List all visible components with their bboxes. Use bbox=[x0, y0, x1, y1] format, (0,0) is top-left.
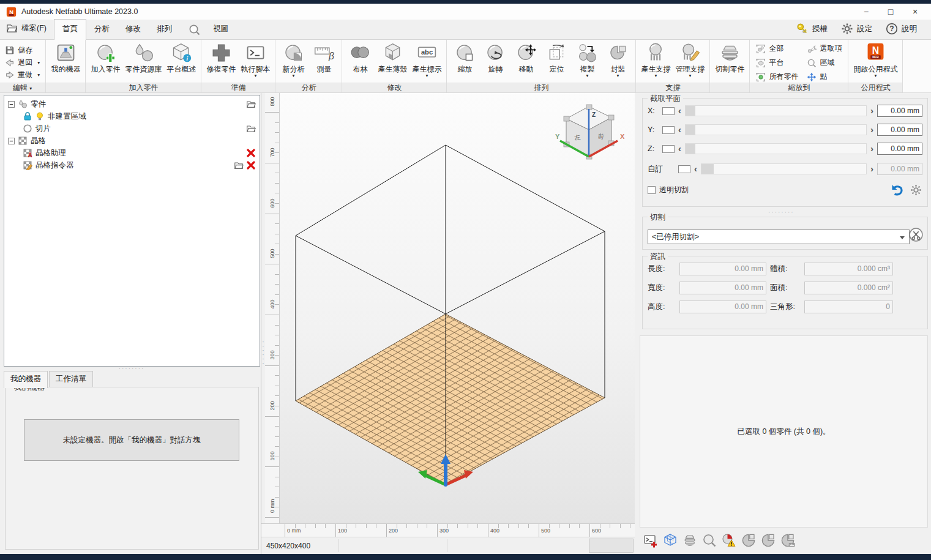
旋轉-button[interactable]: 旋轉 bbox=[480, 41, 510, 83]
tree-item-晶格助理[interactable]: A晶格助理 bbox=[4, 147, 260, 159]
tree-splitter-handle[interactable]: ········ bbox=[92, 366, 171, 371]
tab-視圖[interactable]: 視圖 bbox=[205, 20, 236, 39]
tree-item-晶格指令器[interactable]: 晶格指令器 bbox=[4, 159, 260, 171]
navigation-cube[interactable]: Z Y X 左 前 bbox=[554, 100, 626, 174]
zoom-to-選取項-button[interactable]: 選取項 bbox=[807, 43, 842, 54]
clip-z-enable-checkbox[interactable] bbox=[662, 145, 675, 153]
退回-button[interactable]: 退回▼ bbox=[5, 58, 40, 68]
zoom-to-所有零件-button[interactable]: 所有零件 bbox=[756, 72, 798, 82]
產生薄殼-button[interactable]: 產生薄殼 bbox=[376, 41, 409, 83]
cut-mode-dropdown[interactable]: <已停用切割> bbox=[648, 230, 910, 244]
複製-button[interactable]: 複製▼ bbox=[572, 41, 602, 83]
open-folder-icon[interactable] bbox=[234, 160, 244, 170]
clip-y-value-input[interactable] bbox=[877, 124, 922, 136]
clip-x-slider[interactable] bbox=[685, 105, 867, 116]
delete-icon[interactable] bbox=[246, 160, 256, 170]
zoom-to-點-button[interactable]: 點 bbox=[807, 72, 842, 82]
clip-z-slider[interactable] bbox=[685, 143, 867, 154]
scissors-icon[interactable] bbox=[908, 227, 924, 242]
zoom-to-平台-button[interactable]: 平台 bbox=[756, 58, 798, 68]
pack-b-button[interactable] bbox=[760, 532, 776, 548]
right-splitter-handle[interactable]: ········ bbox=[768, 209, 795, 215]
tab-排列[interactable]: 排列 bbox=[149, 20, 180, 39]
管理支撐-button[interactable]: 管理支撐▼ bbox=[673, 41, 706, 83]
封裝-button[interactable]: 封裝▼ bbox=[603, 41, 632, 83]
重做-button[interactable]: 重做▼ bbox=[5, 70, 40, 80]
tab-修改[interactable]: 修改 bbox=[118, 20, 149, 39]
clip-x-enable-checkbox[interactable] bbox=[662, 107, 675, 115]
修復零件-button[interactable]: 修復零件 bbox=[204, 41, 237, 83]
縮放-button[interactable]: 縮放 bbox=[450, 41, 479, 83]
平台概述-button[interactable]: i平台概述 bbox=[165, 41, 198, 83]
說明-button[interactable]: ?說明 bbox=[880, 21, 922, 36]
minimize-button[interactable]: − bbox=[854, 4, 878, 20]
lattice-cube-button[interactable] bbox=[662, 532, 678, 548]
clip-custom-enable-checkbox[interactable] bbox=[678, 165, 690, 173]
零件資源庫-button[interactable]: 零件資源庫 bbox=[123, 41, 163, 83]
search-icon[interactable] bbox=[180, 24, 205, 39]
pack-c-button[interactable] bbox=[779, 532, 796, 548]
expander-minus-icon[interactable] bbox=[8, 138, 15, 144]
maximize-button[interactable]: □ bbox=[878, 4, 903, 20]
執行腳本-button[interactable]: 執行腳本▼ bbox=[239, 41, 272, 83]
儲存-button[interactable]: 儲存 bbox=[5, 45, 32, 56]
clip-x-increase-arrow[interactable]: › bbox=[870, 106, 873, 115]
clip-custom-slider-thumb[interactable] bbox=[701, 164, 714, 174]
tree-item-零件[interactable]: 零件 bbox=[4, 98, 260, 110]
tree-item-切片[interactable]: 切片 bbox=[4, 122, 260, 135]
clip-custom-slider[interactable] bbox=[701, 163, 867, 174]
search-sphere-button[interactable] bbox=[701, 532, 717, 548]
clip-y-increase-arrow[interactable]: › bbox=[870, 125, 873, 134]
加入零件-button[interactable]: 加入零件 bbox=[89, 41, 122, 83]
pack-a-button[interactable] bbox=[740, 532, 757, 548]
tree-item-晶格[interactable]: 晶格 bbox=[4, 135, 260, 147]
定位-button[interactable]: 定位 bbox=[542, 41, 571, 83]
移動-button[interactable]: 移動 bbox=[511, 41, 540, 83]
clip-z-slider-thumb[interactable] bbox=[686, 144, 695, 154]
expander-minus-icon[interactable] bbox=[8, 101, 15, 108]
close-button[interactable]: × bbox=[903, 4, 927, 20]
我的機器-button[interactable]: 我的機器 bbox=[49, 41, 82, 83]
tab-分析[interactable]: 分析 bbox=[86, 20, 118, 39]
設定-button[interactable]: 設定 bbox=[836, 21, 878, 36]
clip-y-slider[interactable] bbox=[685, 124, 867, 135]
zoom-to-全部-button[interactable]: 全部 bbox=[756, 43, 798, 54]
open-folder-icon[interactable] bbox=[246, 99, 256, 109]
授權-button[interactable]: 授權 bbox=[791, 21, 833, 36]
tab-工作清單[interactable]: 工作清單 bbox=[49, 371, 93, 388]
tab-首頁[interactable]: 首頁 bbox=[54, 19, 86, 40]
clip-custom-value-input[interactable] bbox=[877, 163, 922, 175]
clip-x-decrease-arrow[interactable]: ‹ bbox=[678, 106, 681, 115]
slices-button[interactable] bbox=[681, 532, 698, 548]
open-folder-icon[interactable] bbox=[246, 124, 256, 133]
zoom-to-區域-button[interactable]: 區域 bbox=[807, 58, 842, 68]
clip-x-value-input[interactable] bbox=[877, 105, 922, 117]
file-menu-button[interactable]: 檔案(F) bbox=[0, 23, 54, 39]
clip-y-slider-thumb[interactable] bbox=[686, 125, 695, 135]
gear-small-icon[interactable] bbox=[910, 184, 922, 196]
產生標示-button[interactable]: abc產生標示▼ bbox=[410, 41, 443, 83]
transparent-cut-checkbox[interactable] bbox=[648, 186, 656, 194]
script-add-button[interactable] bbox=[642, 532, 659, 548]
產生支撐-button[interactable]: 產生支撐▼ bbox=[639, 41, 672, 83]
clip-custom-decrease-arrow[interactable]: ‹ bbox=[694, 165, 697, 173]
clip-z-decrease-arrow[interactable]: ‹ bbox=[678, 144, 681, 153]
tree-item-非建置區域[interactable]: 非建置區域 bbox=[4, 110, 260, 122]
clip-z-value-input[interactable] bbox=[877, 143, 922, 155]
開啟公用程式-button[interactable]: NNFB開啟公用程式▼ bbox=[851, 41, 899, 83]
clip-y-enable-checkbox[interactable] bbox=[662, 126, 675, 134]
布林-button[interactable]: 布林 bbox=[345, 41, 375, 83]
3d-viewport[interactable]: Z Y X 左 前 bbox=[280, 93, 635, 523]
測量-button[interactable]: β測量 bbox=[309, 41, 338, 83]
analysis-warning-button[interactable] bbox=[720, 532, 737, 548]
delete-icon[interactable] bbox=[246, 148, 256, 158]
clip-z-increase-arrow[interactable]: › bbox=[870, 144, 873, 153]
clip-custom-increase-arrow[interactable]: › bbox=[870, 165, 873, 173]
undo-blue-icon[interactable] bbox=[890, 183, 903, 196]
machine-not-set-message[interactable]: 未設定機器。開啟「我的機器」對話方塊 bbox=[24, 419, 239, 461]
ribbon-group-label[interactable]: 編輯▼ bbox=[0, 83, 45, 92]
tab-我的機器[interactable]: 我的機器 bbox=[4, 371, 48, 388]
clip-x-slider-thumb[interactable] bbox=[686, 106, 695, 116]
切割零件-button[interactable]: 切割零件 bbox=[713, 41, 746, 83]
新分析-button[interactable]: 新分析▼ bbox=[279, 41, 308, 83]
